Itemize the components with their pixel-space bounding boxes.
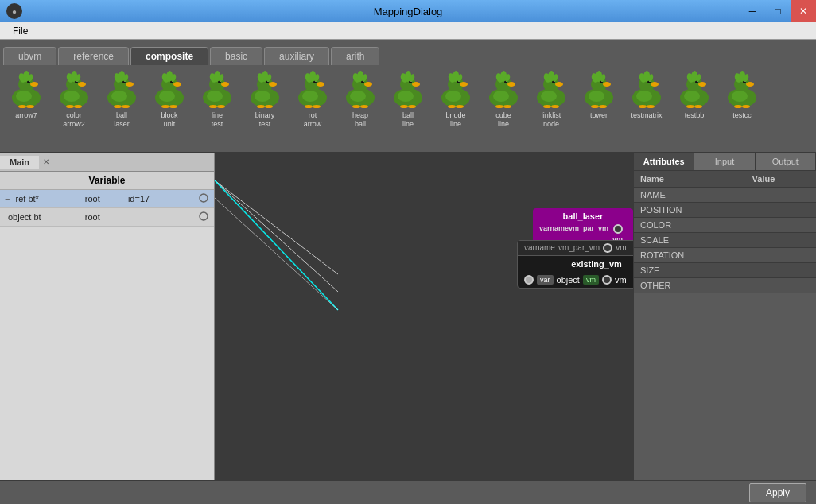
tab-ubvm[interactable]: ubvm [3,47,56,65]
svg-point-13 [64,91,80,102]
node-existing-vm[interactable]: varname vm_par_vm vm existing_vm var obj… [517,240,633,289]
svg-point-46 [207,91,223,102]
close-button[interactable]: ✕ [791,0,816,22]
duck-item-10[interactable]: cubeline [480,68,527,130]
duck-item-13[interactable]: testmatrix [624,68,670,122]
svg-point-176 [200,194,208,202]
attribute-row: SIZE [634,263,816,278]
attribute-row: POSITION [634,203,816,218]
duck-label: testmatrix [631,111,662,120]
file-menu[interactable]: File [6,24,34,38]
svg-point-145 [636,91,652,102]
attr-name: COLOR [634,218,746,233]
port-circle-left [524,275,534,285]
window-title: MappingDialog [374,6,443,17]
duck-item-0[interactable]: arrow7 [3,68,49,122]
svg-point-163 [686,105,694,108]
duck-item-2[interactable]: balllaser [99,68,145,130]
right-panel: Attributes Input Output Name Value NAME … [633,153,816,480]
svg-point-32 [122,105,130,108]
duck-item-11[interactable]: linklistnode [528,68,574,130]
panel-tab-main[interactable]: Main [0,156,39,169]
var-name-cell: − ref bt* [0,190,80,208]
var-value [123,208,178,227]
attr-header-name: Name [634,171,746,188]
panel-tab-close[interactable]: ✕ [41,157,52,168]
attr-value [746,248,816,263]
tab-arith[interactable]: arith [331,47,379,65]
attribute-row: NAME [634,188,816,203]
variable-row[interactable]: − ref bt* root id=17 [0,190,214,208]
attr-name: SCALE [634,233,746,248]
svg-point-31 [114,105,122,108]
node-existing-vm-row: var object vm vm [518,272,633,288]
duck-item-1[interactable]: colorarrow2 [51,68,97,130]
duck-label: linetest [212,111,223,129]
svg-point-43 [169,105,177,108]
duck-label: balllaser [114,111,130,129]
svg-point-101 [445,91,461,102]
duck-item-14[interactable]: testbb [671,68,717,122]
port-circle-right [602,275,612,285]
svg-point-109 [456,105,464,108]
tab-reference[interactable]: reference [58,47,129,65]
port-circle-vm [613,224,623,234]
duck-item-6[interactable]: rotarrow [289,68,336,130]
expand-btn[interactable]: − [5,194,10,204]
attr-name: POSITION [634,203,746,218]
variable-row[interactable]: object bt root [0,208,214,227]
svg-point-177 [200,212,208,220]
svg-line-180 [215,180,338,310]
duck-item-5[interactable]: binarytest [242,68,288,130]
svg-point-119 [495,105,503,108]
svg-point-53 [209,105,217,108]
duck-item-9[interactable]: bnodeline [433,68,479,130]
duck-item-12[interactable]: tower [576,68,622,122]
duck-item-3[interactable]: blockunit [146,68,192,130]
duck-label: arrow7 [15,111,37,120]
svg-point-75 [305,105,313,108]
duck-label: linklistnode [542,111,561,129]
vm-label: vm [615,275,627,285]
attr-value [746,188,816,203]
duck-item-7[interactable]: heapball [337,68,383,130]
tab-auxiliary[interactable]: auxiliary [264,47,329,65]
duck-label: testcc [732,111,752,120]
tab-input[interactable]: Input [694,153,755,170]
duck-item-4[interactable]: linetest [194,68,240,130]
minimize-button[interactable]: ─ [740,0,765,22]
variable-table: − ref bt* root id=17 object bt root [0,190,214,227]
duck-label: bnodeline [445,111,465,129]
svg-line-178 [215,180,338,274]
tab-composite[interactable]: composite [130,47,208,65]
header-varname: varname [524,243,555,253]
tab-bar: ubvm reference composite basic auxiliary… [0,40,816,65]
apply-button[interactable]: Apply [749,483,806,502]
attr-header-value: Value [746,171,816,188]
svg-point-98 [408,105,416,108]
svg-point-2 [16,91,32,102]
titlebar: ● MappingDialog ─ □ ✕ [0,0,816,22]
svg-point-49 [221,82,229,87]
svg-point-21 [74,105,82,108]
attribute-row: COLOR [634,218,816,233]
tab-output[interactable]: Output [756,153,816,170]
svg-point-97 [400,105,408,108]
svg-point-71 [317,82,324,87]
duck-item-8[interactable]: ballline [385,68,431,130]
svg-point-148 [651,82,659,87]
left-panel: Main ✕ Variable − ref bt* root id=17 obj… [0,153,215,480]
svg-point-152 [639,105,647,108]
svg-point-82 [364,82,372,87]
svg-point-57 [255,91,270,102]
attr-value [746,203,816,218]
tab-basic[interactable]: basic [210,47,262,65]
tab-attributes[interactable]: Attributes [634,153,694,170]
svg-point-126 [555,82,563,87]
svg-point-141 [591,105,599,108]
restore-button[interactable]: □ [765,0,791,22]
svg-point-65 [265,105,273,108]
canvas[interactable]: ball_laser varname vm_par_vm vm varname … [215,153,633,480]
connection-lines [215,153,633,480]
duck-item-15[interactable]: testcc [719,68,765,122]
